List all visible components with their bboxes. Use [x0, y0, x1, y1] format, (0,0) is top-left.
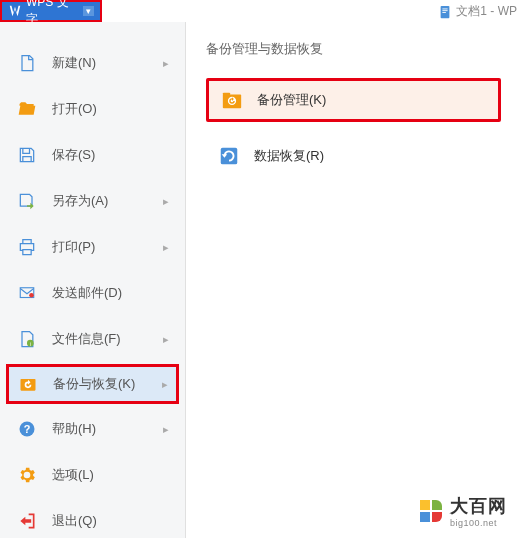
option-label: 数据恢复(R)	[254, 147, 324, 165]
menu-label: 退出(Q)	[52, 512, 169, 530]
save-icon	[16, 144, 38, 166]
svg-rect-3	[443, 12, 447, 13]
svg-text:?: ?	[24, 423, 31, 435]
app-logo-icon	[8, 4, 22, 18]
exit-icon	[16, 510, 38, 532]
menu-item-fileinfo[interactable]: i 文件信息(F) ▸	[0, 316, 185, 362]
chevron-right-icon: ▸	[163, 241, 169, 254]
watermark-main-text: 大百网	[450, 494, 507, 518]
backup-icon	[17, 373, 39, 395]
menu-label: 新建(N)	[52, 54, 163, 72]
saveas-icon	[16, 190, 38, 212]
mail-icon	[16, 282, 38, 304]
menu-label: 备份与恢复(K)	[53, 375, 162, 393]
watermark: 大百网 big100.net	[420, 494, 507, 528]
watermark-logo-icon	[420, 500, 442, 522]
fileinfo-icon: i	[16, 328, 38, 350]
chevron-right-icon: ▸	[163, 195, 169, 208]
menu-item-exit[interactable]: 退出(Q)	[0, 498, 185, 538]
help-icon: ?	[16, 418, 38, 440]
svg-text:i: i	[30, 341, 31, 347]
svg-rect-12	[223, 93, 230, 96]
menu-label: 另存为(A)	[52, 192, 163, 210]
svg-rect-1	[443, 8, 448, 9]
menu-item-backup[interactable]: 备份与恢复(K) ▸	[6, 364, 179, 404]
menu-label: 保存(S)	[52, 146, 169, 164]
chevron-right-icon: ▸	[162, 378, 168, 391]
option-label: 备份管理(K)	[257, 91, 326, 109]
menu-label: 文件信息(F)	[52, 330, 163, 348]
menu-item-save[interactable]: 保存(S)	[0, 132, 185, 178]
watermark-sub-text: big100.net	[450, 518, 497, 528]
option-backup-manage[interactable]: 备份管理(K)	[206, 78, 501, 122]
document-title-text: 文档1 - WP	[456, 3, 517, 20]
app-titlebar[interactable]: WPS 文字 ▾	[0, 0, 102, 22]
menu-label: 帮助(H)	[52, 420, 163, 438]
main-panel: 备份管理与数据恢复 备份管理(K) 数据恢复(R)	[186, 22, 521, 538]
svg-rect-2	[443, 10, 448, 11]
chevron-right-icon: ▸	[163, 57, 169, 70]
open-folder-icon	[16, 98, 38, 120]
print-icon	[16, 236, 38, 258]
app-dropdown-icon[interactable]: ▾	[83, 6, 94, 16]
svg-point-5	[29, 293, 34, 298]
menu-label: 打开(O)	[52, 100, 169, 118]
menu-label: 发送邮件(D)	[52, 284, 169, 302]
menu-item-print[interactable]: 打印(P) ▸	[0, 224, 185, 270]
new-file-icon	[16, 52, 38, 74]
panel-title: 备份管理与数据恢复	[206, 40, 501, 58]
menu-item-help[interactable]: ? 帮助(H) ▸	[0, 406, 185, 452]
menu-label: 打印(P)	[52, 238, 163, 256]
menu-item-new[interactable]: 新建(N) ▸	[0, 40, 185, 86]
menu-item-open[interactable]: 打开(O)	[0, 86, 185, 132]
file-menu-sidebar: 新建(N) ▸ 打开(O) 保存(S) 另存为(A) ▸	[0, 22, 186, 538]
recover-icon	[218, 145, 240, 167]
menu-label: 选项(L)	[52, 466, 169, 484]
document-title-area: 文档1 - WP	[438, 3, 517, 20]
chevron-right-icon: ▸	[163, 423, 169, 436]
document-icon	[438, 5, 452, 19]
chevron-right-icon: ▸	[163, 333, 169, 346]
option-data-recover[interactable]: 数据恢复(R)	[206, 134, 501, 178]
menu-item-saveas[interactable]: 另存为(A) ▸	[0, 178, 185, 224]
menu-item-options[interactable]: 选项(L)	[0, 452, 185, 498]
backup-folder-icon	[221, 89, 243, 111]
content-area: 新建(N) ▸ 打开(O) 保存(S) 另存为(A) ▸	[0, 22, 521, 538]
menu-item-mail[interactable]: 发送邮件(D)	[0, 270, 185, 316]
gear-icon	[16, 464, 38, 486]
